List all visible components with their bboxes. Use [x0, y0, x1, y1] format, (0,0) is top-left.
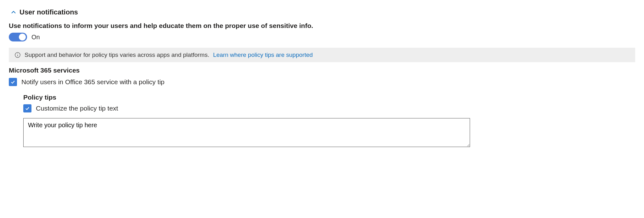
- services-heading: Microsoft 365 services: [9, 67, 635, 74]
- policy-tips-heading: Policy tips: [23, 94, 635, 101]
- customize-tip-checkbox[interactable]: [23, 104, 31, 112]
- notify-users-label: Notify users in Office 365 service with …: [21, 78, 165, 86]
- toggle-state-label: On: [31, 34, 40, 41]
- info-bar: Support and behavior for policy tips var…: [9, 48, 635, 62]
- svg-point-2: [17, 53, 18, 54]
- section-description: Use notifications to inform your users a…: [9, 22, 635, 30]
- notifications-toggle-row: On: [9, 33, 635, 41]
- notifications-toggle[interactable]: [9, 33, 27, 41]
- info-text: Support and behavior for policy tips var…: [25, 52, 209, 58]
- toggle-knob: [19, 34, 26, 41]
- notify-users-checkbox[interactable]: [9, 78, 17, 86]
- policy-tip-textarea[interactable]: [23, 118, 470, 147]
- policy-tips-section: Policy tips Customize the policy tip tex…: [23, 94, 635, 149]
- section-header[interactable]: User notifications: [11, 8, 635, 16]
- learn-more-link[interactable]: Learn where policy tips are supported: [213, 52, 313, 58]
- info-icon: [14, 52, 21, 58]
- notify-users-checkbox-row: Notify users in Office 365 service with …: [9, 78, 635, 86]
- customize-tip-checkbox-row: Customize the policy tip text: [23, 104, 635, 112]
- customize-tip-label: Customize the policy tip text: [36, 105, 118, 112]
- policy-tip-textarea-wrap: [23, 118, 635, 149]
- chevron-up-icon: [11, 9, 16, 15]
- section-title: User notifications: [20, 8, 78, 16]
